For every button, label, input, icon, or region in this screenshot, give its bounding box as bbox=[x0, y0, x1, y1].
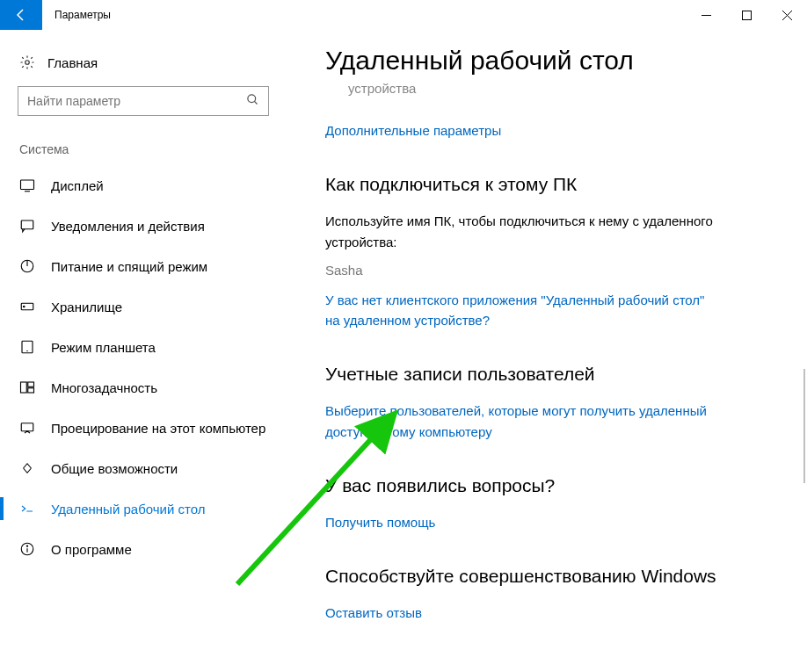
info-icon bbox=[19, 541, 35, 557]
content: Главная Система Дисплей Уведомления и де… bbox=[0, 30, 807, 672]
power-icon bbox=[19, 258, 35, 274]
get-help-link[interactable]: Получить помощь bbox=[325, 512, 435, 532]
device-subtext: устройства bbox=[348, 81, 772, 96]
sidebar: Главная Система Дисплей Уведомления и де… bbox=[0, 30, 287, 672]
window-controls bbox=[686, 0, 807, 30]
svg-rect-5 bbox=[21, 180, 34, 190]
nav-storage[interactable]: Хранилище bbox=[18, 286, 287, 327]
minimize-button[interactable] bbox=[686, 0, 726, 30]
svg-rect-14 bbox=[21, 382, 27, 393]
connect-body: Используйте имя ПК, чтобы подключиться к… bbox=[325, 211, 721, 252]
section-feedback-heading: Способствуйте совершенствованию Windows bbox=[325, 566, 772, 587]
scrollbar-thumb[interactable] bbox=[803, 369, 805, 483]
nav-remote[interactable]: Удаленный рабочий стол bbox=[18, 488, 287, 529]
search-icon bbox=[246, 93, 259, 109]
section-accounts-heading: Учетные записи пользователей bbox=[325, 364, 772, 385]
nav-shared[interactable]: Общие возможности bbox=[18, 448, 287, 488]
nav-label: Питание и спящий режим bbox=[51, 259, 207, 274]
svg-line-4 bbox=[254, 101, 257, 104]
nav-about[interactable]: О программе bbox=[18, 529, 287, 569]
nav-label: Дисплей bbox=[51, 178, 104, 193]
nav-label: Режим планшета bbox=[51, 340, 156, 355]
gear-icon bbox=[19, 54, 35, 70]
remote-icon bbox=[19, 501, 35, 517]
nav-label: Многозадачность bbox=[51, 380, 157, 395]
notification-icon bbox=[19, 218, 35, 234]
back-button[interactable] bbox=[0, 0, 42, 30]
svg-rect-15 bbox=[28, 382, 34, 387]
tablet-icon bbox=[19, 339, 35, 355]
nav-label: Уведомления и действия bbox=[51, 219, 205, 234]
close-button[interactable] bbox=[767, 0, 807, 30]
nav-label: Проецирование на этот компьютер bbox=[51, 421, 265, 436]
search-input[interactable] bbox=[27, 94, 246, 108]
projecting-icon bbox=[19, 420, 35, 436]
section-connect-heading: Как подключиться к этому ПК bbox=[325, 174, 772, 195]
nav-tablet[interactable]: Режим планшета bbox=[18, 327, 287, 367]
nav-label: Хранилище bbox=[51, 300, 122, 314]
nav-multitask[interactable]: Многозадачность bbox=[18, 367, 287, 408]
svg-rect-1 bbox=[742, 11, 751, 19]
window-title: Параметры bbox=[55, 9, 111, 21]
nav-notifications[interactable]: Уведомления и действия bbox=[18, 206, 287, 246]
display-icon bbox=[19, 177, 35, 193]
sidebar-home[interactable]: Главная bbox=[18, 47, 287, 86]
nav-label: О программе bbox=[51, 542, 132, 557]
maximize-button[interactable] bbox=[726, 0, 767, 30]
main-panel: Удаленный рабочий стол устройства Дополн… bbox=[287, 30, 807, 672]
svg-point-20 bbox=[26, 546, 27, 546]
svg-rect-7 bbox=[21, 220, 33, 229]
svg-point-2 bbox=[25, 61, 30, 65]
advanced-settings-link[interactable]: Дополнительные параметры bbox=[325, 120, 501, 141]
multitask-icon bbox=[19, 379, 35, 395]
pc-name-value: Sasha bbox=[325, 263, 772, 278]
section-help-heading: У вас появились вопросы? bbox=[325, 475, 772, 496]
titlebar: Параметры bbox=[0, 0, 807, 30]
no-client-link[interactable]: У вас нет клиентского приложения "Удален… bbox=[325, 290, 721, 331]
select-users-link[interactable]: Выберите пользователей, которые могут по… bbox=[325, 401, 721, 442]
page-title: Удаленный рабочий стол bbox=[325, 46, 772, 76]
nav-projecting[interactable]: Проецирование на этот компьютер bbox=[18, 408, 287, 448]
nav-label: Общие возможности bbox=[51, 461, 178, 476]
svg-rect-17 bbox=[21, 423, 33, 431]
nav-list: Дисплей Уведомления и действия Питание и… bbox=[18, 165, 287, 569]
svg-point-11 bbox=[24, 306, 25, 307]
feedback-link[interactable]: Оставить отзыв bbox=[325, 603, 422, 623]
nav-power[interactable]: Питание и спящий режим bbox=[18, 246, 287, 286]
search-box[interactable] bbox=[18, 86, 269, 116]
nav-display[interactable]: Дисплей bbox=[18, 165, 287, 206]
storage-icon bbox=[19, 299, 35, 314]
sidebar-group-label: Система bbox=[18, 142, 287, 156]
nav-label: Удаленный рабочий стол bbox=[51, 502, 205, 517]
home-label: Главная bbox=[47, 55, 98, 70]
shared-icon bbox=[19, 460, 35, 476]
svg-point-3 bbox=[248, 95, 256, 103]
svg-rect-16 bbox=[28, 388, 34, 393]
